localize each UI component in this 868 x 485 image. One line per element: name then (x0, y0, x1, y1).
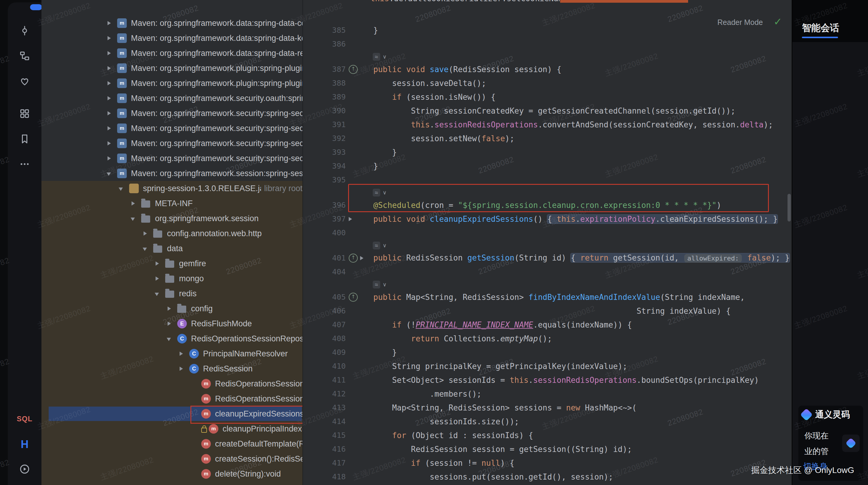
tree-item[interactable]: mRedisOperationsSessionRepository( (41, 376, 303, 391)
chevron-right-icon[interactable] (165, 301, 177, 316)
code-line[interactable]: 404 (303, 265, 792, 279)
inlay-hint[interactable]: ≈∨ (303, 279, 792, 290)
tree-item[interactable]: CPrincipalNameResolver (41, 346, 303, 361)
fold-chevron-icon[interactable] (349, 217, 352, 221)
chevron-down-icon[interactable]: ∨ (383, 281, 386, 288)
line-number[interactable]: 405 (303, 290, 346, 304)
code-line[interactable]: 387↑public void save(RedisSession sessio… (303, 62, 792, 76)
chevron-right-icon[interactable] (129, 196, 141, 211)
code-line[interactable]: 414 sessionIds.size()); (303, 415, 792, 428)
code-line[interactable]: 386 (303, 37, 792, 51)
line-number[interactable]: 417 (303, 456, 346, 470)
line-number[interactable]: 394 (303, 159, 346, 173)
inlay-hint-icon[interactable]: ≈ (373, 242, 380, 249)
line-number[interactable]: 409 (303, 345, 346, 359)
structure-icon[interactable] (16, 47, 34, 65)
editor-scrollbar[interactable] (787, 194, 791, 221)
chevron-down-icon[interactable] (153, 286, 165, 301)
line-number[interactable]: 397 (303, 212, 346, 226)
chevron-right-icon[interactable] (177, 346, 189, 361)
fold-chevron-icon[interactable] (360, 256, 364, 260)
line-number[interactable]: 415 (303, 428, 346, 442)
tree-item[interactable]: config.annotation.web.http (41, 226, 303, 241)
tree-item[interactable]: CRedisSession (41, 361, 303, 376)
code-line[interactable]: 412 .members(); (303, 387, 792, 401)
line-number[interactable]: 407 (303, 318, 346, 332)
chevron-down-icon[interactable] (165, 331, 177, 346)
line-number[interactable]: 387 (303, 62, 346, 76)
chevron-right-icon[interactable] (105, 91, 117, 106)
chevron-right-icon[interactable] (105, 151, 117, 166)
code-line[interactable]: 394} (303, 159, 792, 173)
code-line[interactable]: 391 this.sessionRedisOperations.convertA… (303, 118, 792, 132)
tree-item[interactable]: META-INF (41, 196, 303, 211)
line-number[interactable]: 412 (303, 387, 346, 401)
chevron-right-icon[interactable] (105, 136, 117, 151)
chevron-right-icon[interactable] (165, 316, 177, 331)
line-number[interactable]: 393 (303, 146, 346, 159)
line-number[interactable]: 395 (303, 173, 346, 187)
line-number[interactable]: 416 (303, 442, 346, 456)
chevron-right-icon[interactable] (153, 256, 165, 271)
line-number[interactable]: 414 (303, 415, 346, 428)
code-line[interactable]: 410 String principalKey = getPrincipalKe… (303, 359, 792, 373)
code-line[interactable]: 415 for (Object id : sessionIds) { (303, 428, 792, 442)
line-number[interactable]: 392 (303, 132, 346, 146)
code-line[interactable]: 401↑public RedisSession getSession(Strin… (303, 251, 792, 265)
override-icon[interactable]: ↑ (349, 65, 358, 74)
line-number[interactable]: 413 (303, 401, 346, 415)
inlay-hint-icon[interactable]: ≈ (373, 53, 380, 61)
chevron-right-icon[interactable] (105, 46, 117, 61)
chevron-down-icon[interactable] (105, 166, 117, 181)
code-line[interactable]: 408 return Collections.emptyMap(); (303, 332, 792, 345)
override-icon[interactable]: ↑ (349, 293, 358, 302)
tree-item[interactable]: mMaven: org.springframework.data:spring-… (41, 46, 303, 61)
code-line[interactable]: 416 RedisSession session = getSession((S… (303, 442, 792, 456)
tree-item[interactable]: mcreateDefaultTemplate(RedisConne (41, 436, 303, 451)
line-number[interactable]: 390 (303, 104, 346, 118)
tree-item[interactable]: redis (41, 286, 303, 301)
chevron-right-icon[interactable] (177, 361, 189, 376)
run-icon[interactable] (8, 463, 41, 475)
inlay-hint[interactable]: ≈∨ (303, 51, 792, 62)
bookmark-icon[interactable] (16, 130, 34, 148)
override-icon[interactable]: ↑ (349, 253, 358, 263)
line-number[interactable]: 411 (303, 373, 346, 387)
chevron-right-icon[interactable] (105, 121, 117, 136)
chevron-right-icon[interactable] (105, 31, 117, 46)
chevron-right-icon[interactable] (105, 106, 117, 121)
tree-item[interactable]: CRedisOperationsSessionRepository (41, 331, 303, 346)
tree-item[interactable]: mMaven: org.springframework.security:spr… (41, 136, 303, 151)
code-line[interactable]: 393 } (303, 146, 792, 159)
line-number[interactable]: 410 (303, 359, 346, 373)
tree-item[interactable]: spring-session-1.3.0.RELEASE.jarlibrary … (41, 181, 303, 196)
tree-item[interactable]: mongo (41, 271, 303, 286)
plugins-grid-icon[interactable] (16, 104, 34, 123)
line-number[interactable]: 404 (303, 265, 346, 279)
chat-title[interactable]: 智能会话 (802, 22, 839, 34)
code-editor[interactable]: this.defaultCookieSerializer.setCookieNa… (303, 0, 792, 485)
tree-item[interactable]: mMaven: org.springframework.plugin:sprin… (41, 61, 303, 76)
tree-item[interactable]: config (41, 301, 303, 316)
chevron-down-icon[interactable]: ∨ (383, 54, 386, 60)
code-line[interactable]: 392 session.setNew(false); (303, 132, 792, 146)
tree-item[interactable]: mMaven: org.springframework.data:spring-… (41, 31, 303, 46)
code-line[interactable]: 407 if (!PRINCIPAL_NAME_INDEX_NAME.equal… (303, 318, 792, 332)
line-number[interactable]: 396 (303, 198, 346, 212)
line-number[interactable]: 389 (303, 90, 346, 104)
tree-item[interactable]: data (41, 241, 303, 256)
code-line[interactable]: 405↑public Map<String, RedisSession> fin… (303, 290, 792, 304)
tree-item[interactable]: org.springframework.session (41, 211, 303, 226)
line-number[interactable]: 418 (303, 470, 346, 484)
code-line[interactable]: 411 Set<Object> sessionIds = this.sessio… (303, 373, 792, 387)
line-number[interactable]: 388 (303, 76, 346, 90)
chevron-right-icon[interactable] (105, 16, 117, 31)
inlay-hint-icon[interactable]: ≈ (373, 281, 380, 289)
code-line[interactable]: 413 Map<String, RedisSession> sessions =… (303, 401, 792, 415)
folded-region[interactable]: { this.expirationPolicy.cleanExpiredSess… (547, 215, 778, 223)
tree-item[interactable]: mcreateSession():RedisSession (41, 451, 303, 466)
tree-item[interactable]: mMaven: org.springframework.security:spr… (41, 106, 303, 121)
line-number[interactable]: 385 (303, 24, 346, 37)
chevron-down-icon[interactable] (117, 181, 129, 196)
tree-item[interactable]: gemfire (41, 256, 303, 271)
